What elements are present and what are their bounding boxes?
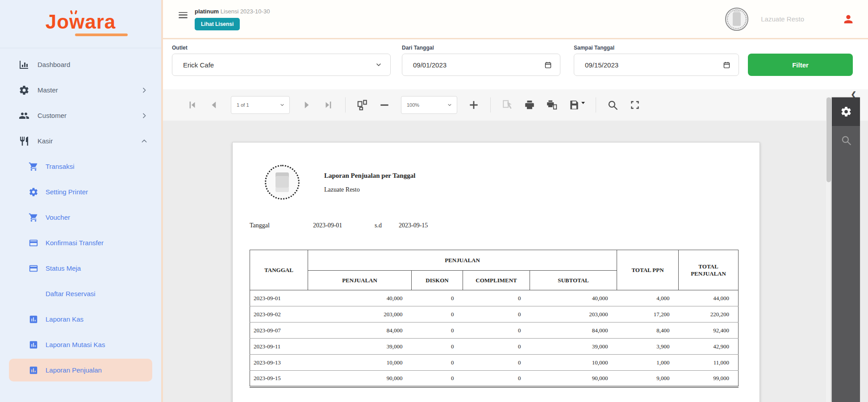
sidebar-item-label: Transaksi [46, 163, 74, 170]
sidebar-item-label: Voucher [46, 214, 70, 221]
viewer-side-panel [832, 97, 860, 402]
zoom-in-icon[interactable] [468, 99, 480, 111]
sidebar-item-customer[interactable]: Customer [0, 103, 161, 128]
brand-accent-marks [71, 10, 79, 14]
sidebar-item-laporan-kas[interactable]: Laporan Kas [0, 306, 161, 332]
view-license-button[interactable]: Lihat Lisensi [195, 18, 240, 30]
print-layout-icon[interactable] [546, 99, 558, 111]
first-page-icon[interactable] [186, 99, 198, 111]
gear-icon [19, 85, 29, 96]
print-icon[interactable] [524, 99, 535, 111]
last-page-icon[interactable] [323, 99, 334, 111]
person-icon[interactable] [842, 13, 855, 25]
table-cell: 2023-09-11 [250, 339, 308, 355]
header-group-penjualan: PENJUALAN [308, 250, 617, 271]
table-cell: 39,000 [530, 339, 617, 355]
table-cell: 10,000 [530, 355, 617, 371]
sidebar: Jowara Dashboard Master Customer [0, 0, 163, 402]
table-header: TANGGAL PENJUALAN TOTAL PPN TOTAL PENJUA… [250, 250, 739, 290]
table-cell: 0 [412, 306, 463, 322]
avatar-emblem [733, 13, 741, 26]
report-date-label: Tanggal [250, 222, 270, 229]
sidebar-item-label: Status Meja [46, 264, 81, 272]
chevron-down-icon [280, 102, 285, 108]
sidebar-item-label: Setting Printer [46, 188, 88, 196]
icon-placeholder [29, 289, 38, 299]
export-caret-icon [581, 102, 585, 104]
sidebar-item-status-meja[interactable]: Status Meja [0, 255, 161, 281]
calendar-icon [723, 61, 730, 69]
viewer-scrollbar[interactable] [826, 97, 831, 402]
zoom-out-icon[interactable] [379, 99, 390, 111]
chart-icon [29, 365, 38, 375]
table-cell: 203,000 [308, 306, 412, 322]
header-sub-subtotal: SUBTOTAL [530, 271, 617, 290]
chart-icon [29, 340, 38, 350]
to-date-input[interactable]: 09/15/2023 [574, 54, 739, 76]
to-date-label: Sampai Tanggal [574, 45, 614, 51]
sidebar-item-daftar-reservasi[interactable]: Daftar Reservasi [0, 281, 161, 306]
account-name: Lazuate Resto [761, 15, 804, 23]
filter-bar: Outlet Erick Cafe Dari Tanggal 09/01/202… [163, 39, 868, 89]
chevron-right-icon [141, 112, 148, 119]
search-icon [840, 134, 852, 146]
report-logo [265, 165, 300, 200]
calendar-icon [544, 61, 552, 69]
table-cell: 0 [412, 290, 463, 306]
prev-page-icon[interactable] [209, 99, 220, 111]
sidebar-item-konfirmasi-transfer[interactable]: Konfirmasi Transfer [0, 230, 161, 255]
sidebar-item-setting-printer[interactable]: Setting Printer [0, 179, 161, 205]
table-cell: 90,000 [308, 371, 412, 387]
sidebar-item-voucher[interactable]: Voucher [0, 205, 161, 230]
header-sub-compliment: COMPLIMENT [463, 271, 530, 290]
sidebar-item-master[interactable]: Master [0, 77, 161, 103]
topbar: platinum Lisensi 2023-10-30 Lihat Lisens… [163, 0, 868, 39]
table-cell: 84,000 [530, 322, 617, 339]
next-page-icon[interactable] [300, 99, 312, 111]
outlet-select[interactable]: Erick Cafe [172, 54, 391, 76]
fullscreen-icon[interactable] [629, 99, 641, 111]
toolbar-separator [490, 97, 491, 113]
table-row: 2023-09-02203,00000203,00017,200220,200 [250, 306, 739, 322]
sidebar-item-laporan-penjualan[interactable]: Laporan Penjualan [9, 359, 152, 381]
zoom-level: 100% [407, 102, 447, 108]
sidebar-item-laporan-mutasi-kas[interactable]: Laporan Mutasi Kas [0, 332, 161, 357]
table-cell: 42,900 [679, 339, 739, 355]
table-cell: 2023-09-15 [250, 371, 308, 387]
sidebar-item-dashboard[interactable]: Dashboard [0, 52, 161, 77]
scrollbar-thumb[interactable] [826, 97, 831, 182]
table-row: 2023-09-1139,0000039,0003,90042,900 [250, 339, 739, 355]
filter-button[interactable]: Filter [748, 54, 853, 76]
table-row: 2023-09-1590,0000090,0009,00099,000 [250, 371, 739, 387]
table-cell: 0 [463, 306, 530, 322]
card-icon [29, 264, 38, 273]
sidebar-item-label: Kasir [38, 137, 141, 145]
sidebar-item-kasir[interactable]: Kasir [0, 128, 161, 154]
page-select[interactable]: 1 of 1 [231, 96, 290, 114]
sidebar-item-label: Konfirmasi Transfer [46, 239, 104, 247]
menu-toggle-icon[interactable] [179, 12, 188, 18]
table-cell: 0 [412, 322, 463, 339]
search-icon[interactable] [607, 99, 618, 111]
table-cell: 0 [463, 322, 530, 339]
zoom-select[interactable]: 100% [401, 96, 457, 114]
outlet-value: Erick Cafe [183, 61, 375, 69]
table-cell: 203,000 [530, 306, 617, 322]
text-select-icon[interactable] [501, 99, 513, 111]
header-sub-diskon: DISKON [412, 271, 463, 290]
sidebar-item-transaksi[interactable]: Transaksi [0, 154, 161, 179]
outlet-label: Outlet [172, 45, 188, 51]
multipage-view-icon[interactable] [356, 99, 368, 111]
chevron-right-icon [141, 87, 148, 94]
table-cell: 220,200 [679, 306, 739, 322]
table-cell: 90,000 [530, 371, 617, 387]
panel-search-tab[interactable] [832, 126, 860, 155]
panel-settings-tab[interactable] [832, 97, 860, 126]
sidebar-item-label: Master [38, 86, 141, 94]
export-button[interactable] [568, 99, 585, 111]
avatar[interactable] [725, 8, 748, 31]
report-logo-emblem [275, 172, 289, 192]
from-date-label: Dari Tanggal [402, 45, 434, 51]
from-date-input[interactable]: 09/01/2023 [402, 54, 560, 76]
sidebar-menu: Dashboard Master Customer Kasir Transaks… [0, 48, 161, 381]
